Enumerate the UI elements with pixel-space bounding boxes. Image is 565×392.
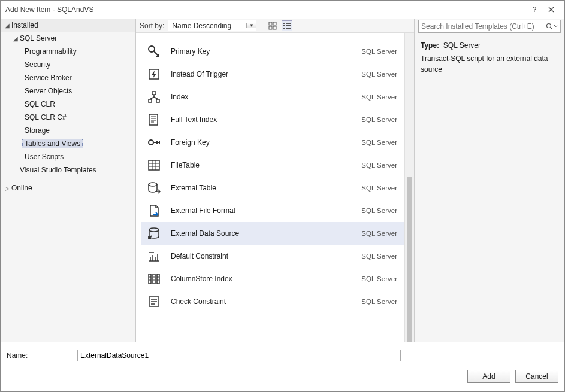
check-icon (146, 293, 162, 310)
tree-label: Programmability (25, 47, 77, 56)
template-name: Check Constraint (171, 297, 353, 306)
view-grid-button[interactable] (267, 20, 278, 31)
template-item[interactable]: IndexSQL Server (141, 86, 404, 108)
tree-label: Storage (25, 126, 50, 135)
tree-label: Installed (11, 21, 38, 29)
expander-icon: ◢ (11, 35, 20, 42)
svg-rect-5 (286, 23, 291, 24)
sort-dropdown[interactable]: Name Descending ▼ (168, 20, 256, 31)
fulltext-icon (146, 111, 162, 128)
button-row: Add Cancel (7, 370, 558, 383)
tree-label: SQL CLR (25, 100, 55, 108)
tree-label: Tables and Views (22, 139, 83, 148)
scrollbar[interactable] (404, 33, 414, 342)
tree-label: Online (11, 184, 32, 192)
tree-label: User Scripts (25, 153, 64, 161)
sort-value: Name Descending (168, 22, 246, 30)
add-new-item-dialog: Add New Item - SQLAndVS ? ◢ Installed ◢ … (0, 0, 565, 392)
foreign-key-icon (146, 134, 162, 151)
type-label: Type: (421, 41, 439, 50)
template-item[interactable]: ColumnStore IndexSQL Server (141, 268, 404, 290)
titlebar: Add New Item - SQLAndVS ? (1, 1, 564, 19)
chevron-down-icon: ▼ (246, 23, 256, 28)
description-text: Transact-SQL script for an external data… (421, 54, 548, 74)
tree-node-category[interactable]: User Scripts (1, 150, 135, 163)
externaltable-icon (146, 180, 162, 196)
name-input[interactable] (77, 350, 401, 361)
name-label: Name: (7, 351, 72, 360)
tree-node-category[interactable]: Server Objects (1, 84, 135, 98)
template-item[interactable]: Instead Of TriggerSQL Server (141, 63, 404, 86)
template-item[interactable]: Full Text IndexSQL Server (141, 108, 404, 131)
template-name: Full Text Index (171, 116, 353, 124)
template-category: SQL Server (361, 116, 397, 123)
search-icon[interactable] (543, 23, 558, 30)
tree-node-category[interactable]: Tables and Views (1, 137, 135, 150)
svg-rect-0 (269, 22, 272, 25)
template-name: Instead Of Trigger (171, 70, 353, 78)
tree-node-category[interactable]: Programmability (1, 45, 135, 58)
svg-point-10 (547, 24, 551, 28)
svg-rect-9 (286, 28, 291, 29)
search-box[interactable] (418, 20, 561, 33)
template-item[interactable]: Default ConstraintSQL Server (141, 245, 404, 268)
template-name: FileTable (171, 161, 353, 169)
name-row: Name: (7, 350, 558, 361)
tree-header-installed[interactable]: ◢ Installed (1, 19, 135, 32)
toolbar: Sort by: Name Descending ▼ (136, 19, 414, 33)
template-name: External File Format (171, 206, 353, 215)
fileformat-icon (146, 202, 162, 219)
tree-node-category[interactable]: SQL CLR C# (1, 111, 135, 124)
template-list-wrap: Primary KeySQL ServerInstead Of TriggerS… (136, 33, 414, 342)
tree-label: SQL CLR C# (25, 113, 67, 121)
add-button[interactable]: Add (467, 370, 510, 383)
tree-node-online[interactable]: ▷ Online (1, 181, 135, 195)
tree-label: SQL Server (20, 34, 57, 42)
trigger-icon (146, 66, 162, 83)
sort-label: Sort by: (140, 22, 164, 30)
footer: Name: Add Cancel (1, 342, 564, 391)
template-category: SQL Server (361, 275, 397, 282)
template-category: SQL Server (361, 162, 397, 169)
template-panel: Sort by: Name Descending ▼ Primary KeySQ… (136, 19, 415, 342)
template-list: Primary KeySQL ServerInstead Of TriggerS… (136, 33, 404, 342)
tree-node-vs-templates[interactable]: Visual Studio Templates (1, 163, 135, 177)
template-item[interactable]: External File FormatSQL Server (141, 199, 404, 222)
tree-node-category[interactable]: Security (1, 58, 135, 71)
index-icon (146, 89, 162, 105)
tree-label: Visual Studio Templates (20, 166, 96, 174)
filetable-icon (146, 157, 162, 174)
template-item[interactable]: External Data SourceSQL Server (141, 222, 404, 245)
columnstore-icon (146, 271, 162, 287)
template-item[interactable]: Check ConstraintSQL Server (141, 290, 404, 313)
template-category: SQL Server (361, 93, 397, 101)
tree-node-category[interactable]: Storage (1, 124, 135, 137)
view-list-button[interactable] (282, 20, 292, 31)
scrollbar-thumb[interactable] (407, 177, 412, 342)
template-item[interactable]: Foreign KeySQL Server (141, 131, 404, 154)
help-button[interactable]: ? (526, 4, 543, 16)
tree-label: Service Broker (25, 74, 72, 82)
search-input[interactable] (421, 22, 543, 31)
info-panel: Type: SQL Server Transact-SQL script for… (415, 19, 564, 342)
template-item[interactable]: External TableSQL Server (141, 177, 404, 199)
template-item[interactable]: Primary KeySQL Server (141, 40, 404, 63)
tree-node-category[interactable]: Service Broker (1, 71, 135, 84)
template-category: SQL Server (361, 184, 397, 192)
svg-rect-4 (283, 23, 285, 24)
tree-node-category[interactable]: SQL CLR (1, 98, 135, 111)
template-category: SQL Server (361, 139, 397, 146)
template-name: Default Constraint (171, 252, 353, 260)
template-category: SQL Server (361, 48, 397, 55)
cancel-button[interactable]: Cancel (515, 370, 558, 383)
close-button[interactable] (543, 4, 560, 16)
template-category: SQL Server (361, 71, 397, 78)
template-category: SQL Server (361, 207, 397, 214)
template-name: External Table (171, 184, 353, 192)
template-item[interactable]: FileTableSQL Server (141, 154, 404, 177)
tree-node-sqlserver[interactable]: ◢ SQL Server (1, 32, 135, 45)
category-tree: ◢ Installed ◢ SQL Server Programmability… (1, 19, 136, 342)
primary-key-icon (146, 43, 162, 60)
tree-label: Security (25, 60, 50, 69)
template-name: External Data Source (171, 229, 353, 238)
